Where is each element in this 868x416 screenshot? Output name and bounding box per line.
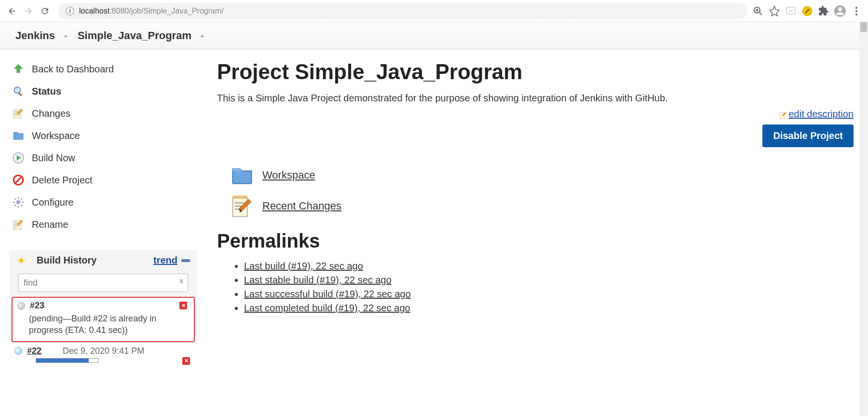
url-bar[interactable]: i localhost:8080/job/Simple_Java_Program…	[58, 3, 747, 19]
permalink-link[interactable]: Last stable build (#19), 22 sec ago	[244, 275, 392, 285]
build-history-title: Build History	[37, 255, 153, 266]
permalink-link[interactable]: Last successful build (#19), 22 sec ago	[244, 289, 411, 299]
arrow-up-icon	[12, 62, 25, 76]
build-history-panel: Build History trend x #23 ✕ (pending—Bui…	[10, 250, 197, 366]
permalink-item: Last stable build (#19), 22 sec ago	[244, 275, 854, 286]
sidebar-item-label: Build Now	[32, 153, 75, 164]
sidebar-configure[interactable]: Configure	[10, 191, 197, 213]
notepad-pencil-icon	[229, 193, 256, 220]
svg-rect-11	[18, 92, 22, 96]
sidebar-item-label: Status	[32, 86, 61, 97]
sidebar-changes[interactable]: Changes	[10, 102, 197, 125]
svg-line-27	[21, 198, 22, 199]
pocket-icon[interactable]	[785, 5, 797, 17]
svg-line-24	[14, 198, 15, 199]
notepad-pencil-icon	[12, 107, 25, 120]
folder-icon	[229, 162, 256, 189]
nav-back-button[interactable]	[4, 3, 20, 19]
sidebar-status[interactable]: Status	[10, 80, 197, 102]
workspace-link[interactable]: Workspace	[262, 169, 315, 181]
breadcrumb: Jenkins ▸ Simple_Java_Program ▸	[0, 22, 868, 49]
cancel-build-button[interactable]: ✕	[182, 357, 190, 365]
scrollbar[interactable]	[859, 22, 868, 366]
url-path: :8080/job/Simple_Java_Program/	[109, 7, 224, 15]
sidebar-item-label: Configure	[32, 197, 74, 208]
sidebar-rename[interactable]: Rename	[10, 213, 197, 236]
svg-rect-39	[233, 195, 247, 199]
kebab-menu-icon[interactable]	[851, 5, 862, 17]
sidebar-build-now[interactable]: Build Now	[10, 147, 197, 169]
build-orb-icon	[17, 302, 25, 310]
permalink-item: Last completed build (#19), 22 sec ago	[244, 303, 854, 314]
favorite-icon[interactable]	[769, 5, 780, 17]
sidebar-item-label: Delete Project	[32, 175, 93, 186]
page-title: Project Simple_Java_Program	[217, 60, 854, 84]
disable-project-button[interactable]: Disable Project	[762, 125, 854, 147]
svg-rect-4	[787, 7, 795, 14]
sidebar-delete-project[interactable]: Delete Project	[10, 169, 197, 191]
arrow-left-icon	[7, 6, 17, 16]
svg-line-25	[21, 205, 22, 206]
svg-point-6	[838, 7, 842, 11]
chevron-right-icon: ▸	[65, 32, 68, 40]
permalink-item: Last successful build (#19), 22 sec ago	[244, 289, 854, 300]
permalink-item: Last build (#19), 22 sec ago	[244, 261, 854, 272]
svg-point-19	[16, 200, 21, 205]
notepad-pencil-icon	[779, 111, 787, 120]
permalink-link[interactable]: Last completed build (#19), 22 sec ago	[244, 303, 410, 313]
site-info-icon[interactable]: i	[66, 7, 74, 15]
nav-forward-button[interactable]	[20, 3, 37, 19]
workspace-link-row[interactable]: Workspace	[229, 162, 854, 189]
svg-point-7	[855, 7, 857, 9]
chevron-right-icon: ▸	[201, 32, 204, 40]
url-host: localhost	[79, 7, 109, 15]
svg-point-10	[14, 87, 20, 93]
zoom-icon[interactable]	[752, 5, 764, 17]
build-number[interactable]: #22	[27, 346, 41, 356]
folder-icon	[12, 129, 25, 142]
breadcrumb-item-job[interactable]: Simple_Java_Program	[73, 28, 196, 44]
run-arrow-icon	[12, 151, 25, 165]
no-entry-icon	[12, 173, 25, 187]
build-item[interactable]: #23 ✕ (pending—Build #22 is already in p…	[12, 297, 195, 342]
build-history-search-input[interactable]	[18, 274, 188, 292]
svg-point-32	[19, 258, 23, 262]
notepad-pencil-icon	[12, 218, 25, 231]
project-description: This is a Simple Java Project demonstrat…	[217, 93, 854, 104]
trend-bar-icon	[181, 259, 190, 262]
sidebar: Back to Dashboard Status Changes Workspa…	[0, 49, 203, 366]
extensions-icon[interactable]	[818, 5, 829, 17]
sidebar-workspace[interactable]: Workspace	[10, 125, 197, 147]
sidebar-back-to-dashboard[interactable]: Back to Dashboard	[10, 58, 197, 80]
sidebar-item-label: Changes	[32, 108, 70, 119]
profile-avatar[interactable]	[834, 5, 846, 17]
build-item[interactable]: #22 Dec 9, 2020 9:41 PM ✕	[10, 343, 197, 366]
arrow-right-icon	[24, 6, 33, 16]
permalinks-title: Permalinks	[217, 230, 854, 252]
permalink-link[interactable]: Last build (#19), 22 sec ago	[244, 261, 363, 271]
recent-changes-link-row[interactable]: Recent Changes	[229, 193, 854, 220]
main-content: Project Simple_Java_Program This is a Si…	[203, 49, 868, 366]
svg-line-1	[760, 13, 762, 15]
breadcrumb-item-jenkins[interactable]: Jenkins	[11, 28, 60, 44]
magnifier-icon	[12, 84, 25, 98]
recent-changes-link[interactable]: Recent Changes	[262, 200, 341, 212]
build-orb-icon	[14, 347, 22, 355]
reload-icon	[40, 6, 50, 16]
sidebar-item-label: Rename	[32, 219, 68, 230]
scrollbar-thumb[interactable]	[860, 22, 867, 32]
svg-point-9	[855, 14, 857, 15]
build-date: Dec 9, 2020 9:41 PM	[63, 346, 144, 356]
build-number: #23	[30, 301, 44, 311]
nav-reload-button[interactable]	[37, 3, 53, 19]
sidebar-item-label: Workspace	[32, 130, 80, 141]
cancel-build-button[interactable]: ✕	[179, 302, 187, 309]
permalinks-section: Permalinks Last build (#19), 22 sec ago …	[217, 230, 854, 314]
circle-x-icon[interactable]	[801, 5, 813, 17]
clear-search-button[interactable]: x	[179, 277, 183, 285]
trend-link[interactable]: trend	[153, 255, 177, 266]
edit-description-link[interactable]: edit description	[788, 109, 854, 119]
build-pending-msg: (pending—Build #22 is already in progres…	[17, 311, 185, 338]
browser-bar: i localhost:8080/job/Simple_Java_Program…	[0, 0, 868, 22]
svg-line-26	[14, 205, 15, 206]
